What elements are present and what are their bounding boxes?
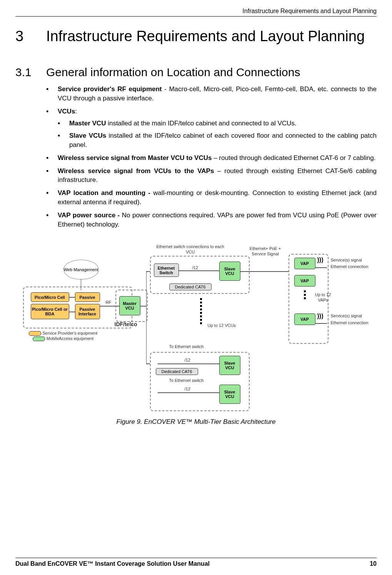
rf-label: RF	[106, 300, 112, 305]
to-eth-switch-label: To Ethernet switch	[169, 378, 204, 383]
connector-line	[146, 271, 147, 306]
idf-telco-label: IDF/telco	[115, 321, 137, 328]
footer-title: Dual Band EnCOVER VE™ Instant Coverage S…	[15, 560, 210, 567]
list-item: Wireless service signal from Master VCU …	[46, 153, 377, 163]
legend-swatch-green	[33, 337, 45, 341]
service-signal-label: Service(s) signal	[331, 258, 362, 263]
page-footer: Dual Band EnCOVER VE™ Instant Coverage S…	[15, 560, 377, 571]
connector-line	[140, 306, 146, 307]
service-signal-label: Service(s) signal	[331, 313, 362, 318]
slash12-label: /12	[185, 358, 190, 363]
bullet-bold: VCUs	[58, 108, 75, 115]
architecture-diagram: Web Management Pico/Micro Cell Pico/Micr…	[23, 240, 369, 413]
bullet-text: – routed through dedicated Ethernet CAT-…	[212, 154, 375, 162]
connector-line	[240, 271, 289, 272]
connector-line	[315, 323, 327, 324]
vap-box: VAP	[294, 275, 315, 287]
connector-line	[158, 392, 219, 393]
eth-switch-conn-label: Ethernet switch connections to each VCU	[152, 244, 229, 254]
connector-line	[146, 271, 150, 272]
header-rule	[15, 16, 377, 17]
bullet-bold: VAP location and mounting -	[58, 189, 150, 197]
legend-ma-label: MobileAccess equipment	[47, 336, 93, 341]
slave-vcu-box: Slave VCU	[219, 356, 240, 375]
figure-container: Web Management Pico/Micro Cell Pico/Micr…	[15, 240, 377, 426]
section-title: General information on Location and Conn…	[46, 66, 300, 79]
footer-rule	[15, 558, 377, 558]
slave-vcu-box: Slave VCU	[219, 262, 240, 281]
ethernet-connection-label: Ethernet connection	[331, 264, 369, 269]
legend-sp-label: Service Provider's equipment	[43, 331, 98, 335]
passive-box: Passive	[75, 292, 100, 302]
slash12-label: /12	[192, 265, 198, 270]
passive-interface-box: Passive Interface	[75, 304, 100, 319]
connector-line	[315, 267, 327, 268]
sub-list: Master VCU installed at the main IDF/tel…	[58, 119, 377, 149]
vap-box: VAP	[294, 258, 315, 269]
legend: Service Provider's equipment MobileAcces…	[29, 331, 98, 341]
connector-line	[146, 306, 147, 363]
list-item: VAP power source - No power connections …	[46, 211, 377, 229]
bullet-text: installed at the IDF/telco cabinet of ea…	[69, 132, 377, 148]
slave-vcu-box: Slave VCU	[219, 385, 240, 404]
signal-icon: )))	[317, 313, 324, 320]
up-to-12-vcus-label: Up to 12 VCUs	[208, 323, 236, 328]
bullet-bold: Master VCU	[69, 120, 106, 127]
figure-caption: Figure 9. EnCOVER VE™ Multi-Tier Basic A…	[15, 418, 377, 426]
page-number: 10	[370, 560, 377, 567]
list-item: Master VCU installed at the main IDF/tel…	[58, 119, 377, 128]
list-item: Wireless service signal from VCUs to the…	[46, 167, 377, 185]
list-item: Slave VCUs installed at the IDF/telco ca…	[58, 131, 377, 150]
chapter-title: Infrastructure Requirements and Layout P…	[46, 28, 365, 45]
connector-line	[158, 363, 219, 364]
connector-line	[179, 270, 219, 271]
bullet-bold: Wireless service signal from Master VCU …	[58, 154, 212, 162]
ethernet-connection-label: Ethernet connection	[331, 320, 369, 325]
bullet-bold: Service provider's RF equipment	[58, 85, 162, 93]
connector-line	[69, 312, 75, 312]
slash12-label: /12	[185, 387, 190, 392]
vcu-dots	[200, 298, 202, 324]
connector-line	[146, 363, 150, 364]
bullet-bold: Wireless service signal from VCUs to the…	[58, 167, 214, 175]
ethernet-switch-box: Ethernet Switch	[154, 263, 179, 277]
list-item: Service provider's RF equipment - Macro-…	[46, 85, 377, 103]
bullet-text: :	[75, 108, 77, 115]
dedicated-cat6-box: Dedicated CAT6	[156, 368, 198, 375]
bullet-text: installed at the main IDF/telco cabinet …	[106, 120, 296, 127]
vap-dots	[304, 290, 306, 299]
vap-box: VAP	[294, 313, 315, 325]
chapter-number: 3	[15, 28, 46, 45]
section-heading: 3.1 General information on Location and …	[15, 66, 377, 79]
legend-swatch-orange	[29, 331, 41, 336]
bullet-bold: Slave VCUs	[69, 132, 106, 139]
connector-line	[69, 297, 75, 298]
section-number: 3.1	[15, 66, 46, 79]
signal-icon: )))	[317, 257, 324, 263]
connector-line	[81, 279, 82, 290]
eth-poe-svc-label: Ethernet+ PoE + Service Signal	[244, 246, 287, 256]
bullet-bold: VAP power source -	[58, 212, 120, 219]
to-eth-switch-label: To Ethernet switch	[169, 344, 204, 349]
bullet-list: Service provider's RF equipment - Macro-…	[46, 85, 377, 233]
pico-micro-bda-box: Pico/Micro Cell or BDA	[31, 304, 69, 319]
header-section-title: Infrastructure Requirements and Layout P…	[15, 8, 377, 16]
chapter-heading: 3 Infrastructure Requirements and Layout…	[15, 28, 377, 45]
pico-micro-cell-box: Pico/Micro Cell	[31, 292, 69, 302]
list-item: VCUs: Master VCU installed at the main I…	[46, 107, 377, 150]
dedicated-cat6-box: Dedicated CAT6	[169, 283, 212, 290]
up-to-12-vaps-label: Up to 12 VAPs	[312, 292, 335, 302]
list-item: VAP location and mounting - wall-mountin…	[46, 188, 377, 207]
web-management-cloud: Web Management	[63, 260, 99, 280]
